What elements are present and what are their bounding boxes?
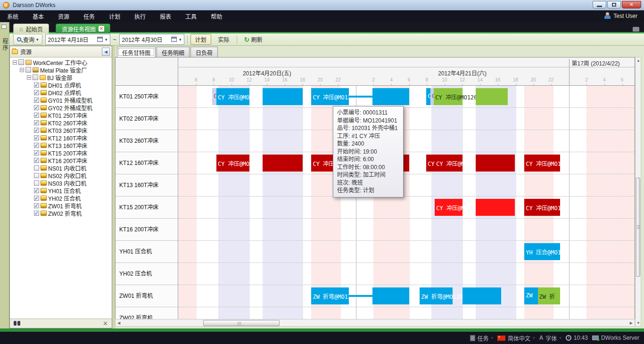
gantt-task-segment[interactable]: C — [426, 88, 430, 105]
gantt-task-segment[interactable]: C — [430, 88, 434, 105]
clear-filter-icon[interactable]: ✕ — [103, 320, 108, 327]
dock-icon[interactable] — [633, 27, 639, 32]
tree-checkbox-bj[interactable] — [33, 74, 38, 80]
tree-item-kt01[interactable]: KT01 250T冲床 — [10, 111, 112, 119]
gantt-task-segment[interactable]: CY 冲压@MO12041904 — [435, 155, 462, 172]
gantt-task-segment[interactable]: CY 冲压@MO12041901 — [216, 88, 249, 105]
tab-home-page[interactable]: ⌂ 起始页 — [13, 24, 49, 33]
menu-item-5[interactable]: 计划 — [102, 10, 127, 22]
tree-item-dh02[interactable]: DH02 点焊机 — [10, 89, 112, 96]
minimize-button[interactable] — [593, 1, 606, 8]
tab-close-icon[interactable]: ✕ — [99, 26, 104, 32]
tree-item-zw01[interactable]: ZW01 折弯机 — [10, 202, 112, 209]
caret-down-icon[interactable]: ▾ — [533, 336, 535, 340]
horizontal-scroll-thumb[interactable] — [203, 320, 280, 326]
date-from-caret-icon[interactable]: ▾ — [105, 37, 107, 42]
menu-item-8[interactable]: 工具 — [178, 10, 204, 22]
maximize-button[interactable] — [607, 1, 621, 8]
tree-item-gy01[interactable]: GY01 外桶成型机 — [10, 96, 112, 104]
tree-checkbox-zw02[interactable] — [34, 211, 39, 216]
date-to-caret-icon[interactable]: ▾ — [179, 37, 182, 42]
tab-task-gantt[interactable]: 任务甘特图 — [117, 47, 156, 57]
tree-checkbox-zw01[interactable] — [34, 203, 39, 208]
gantt-task-segment[interactable]: CY 冲 — [426, 155, 435, 172]
gantt-task-segment[interactable]: CY 冲压@MO1 — [524, 199, 560, 216]
caret-down-icon[interactable]: ▾ — [491, 336, 494, 340]
tree-checkbox-kt15[interactable] — [34, 150, 39, 156]
menu-item-6[interactable]: 执行 — [127, 10, 153, 22]
tree-checkbox-workcenter[interactable] — [18, 59, 24, 65]
tree-item-kt02[interactable]: KT02 260T冲床 — [10, 119, 112, 126]
tree-item-zw02[interactable]: ZW02 折弯机 — [10, 209, 112, 217]
tree-checkbox-kt13[interactable] — [34, 143, 39, 148]
expander-icon[interactable] — [27, 75, 31, 80]
actual-toggle-button[interactable]: 实际 — [214, 34, 234, 44]
tree-item-bj[interactable]: BJ 钣金部 — [10, 74, 112, 81]
tree-item-kt12[interactable]: KT12 160T冲床 — [10, 134, 112, 141]
gantt-task-segment[interactable] — [372, 88, 409, 105]
gantt-task-segment[interactable]: CY 冲压@MO12041901 — [311, 88, 349, 105]
tree-item-kt15[interactable]: KT15 200T冲床 — [10, 149, 112, 156]
tree-item-ns03[interactable]: NS03 内收口机 — [10, 179, 112, 187]
caret-down-icon[interactable]: ▾ — [559, 336, 561, 340]
tree-checkbox-metal[interactable] — [25, 67, 31, 73]
gantt-task-segment[interactable]: CY 冲压@MO1 — [524, 155, 560, 172]
gantt-task-segment[interactable]: ZW — [524, 287, 537, 304]
scroll-left-icon[interactable]: ◀ — [117, 321, 120, 325]
query-button[interactable]: 查询 ▾ — [13, 34, 42, 45]
tree-checkbox-gy01[interactable] — [34, 98, 39, 103]
tree-checkbox-dh01[interactable] — [34, 82, 39, 88]
menu-item-4[interactable]: 任务 — [76, 10, 102, 22]
tree-item-kt16[interactable]: KT16 200T冲床 — [10, 156, 112, 164]
tree-item-dh01[interactable]: DH01 点焊机 — [10, 81, 112, 89]
user-indicator[interactable]: Test User — [604, 12, 637, 19]
tree-checkbox-ns01[interactable] — [34, 165, 39, 171]
tree-item-kt03[interactable]: KT03 260T冲床 — [10, 126, 112, 134]
menu-item-9[interactable]: 帮助 — [204, 10, 229, 22]
expander-icon[interactable] — [13, 60, 17, 65]
tree-checkbox-kt02[interactable] — [34, 120, 39, 125]
tree-checkbox-ns02[interactable] — [34, 173, 39, 178]
tree-item-yh01[interactable]: YH01 压合机 — [10, 187, 112, 194]
gantt-task-segment[interactable] — [476, 155, 515, 172]
horizontal-scrollbar[interactable]: ◀ ▶ — [115, 319, 635, 327]
tree-item-yh02[interactable]: YH02 压合机 — [10, 194, 112, 202]
menu-item-7[interactable]: 报表 — [153, 10, 178, 22]
tree-item-kt13[interactable]: KT13 160T冲床 — [10, 141, 112, 149]
tree-item-metal[interactable]: Metal Plate 钣金厂 — [10, 66, 112, 74]
scroll-right-icon[interactable]: ▶ — [630, 321, 633, 325]
gantt-task-segment[interactable]: CY 冲压@MO12041902 — [434, 88, 462, 105]
tree-checkbox-ns03[interactable] — [34, 180, 39, 186]
gantt-task-segment[interactable] — [476, 199, 515, 216]
gantt-task-segment[interactable] — [263, 155, 303, 172]
tree-item-gy02[interactable]: GY02 外桶成型机 — [10, 104, 112, 111]
tree-item-ns02[interactable]: NS02 内收口机 — [10, 172, 112, 179]
collapse-panel-button[interactable]: ◀ — [102, 48, 110, 56]
tree-item-ns01[interactable]: NS01 内收口机 — [10, 164, 112, 172]
tree-item-workcenter[interactable]: WorkCenter 工作中心 — [10, 58, 112, 66]
vertical-scroll-thumb[interactable] — [636, 178, 640, 277]
date-from-field[interactable]: 2012年 4月18日 ▾ — [45, 34, 110, 45]
plan-toggle-button[interactable]: 计划 — [190, 34, 211, 45]
program-vertical-tab[interactable]: 程序 — [1, 38, 9, 51]
query-caret-icon[interactable]: ▾ — [36, 37, 39, 42]
find-icon[interactable] — [14, 321, 17, 326]
gantt-task-segment[interactable]: ZW 折弯@MO12041901 — [311, 287, 349, 304]
date-to-field[interactable]: 2012年 4月30日 ▾ — [119, 34, 184, 45]
gantt-task-segment[interactable] — [462, 287, 502, 304]
tree-checkbox-gy02[interactable] — [34, 105, 39, 110]
tab-task-detail[interactable]: 任务明细 — [157, 47, 190, 57]
menu-item-1[interactable]: 系统 — [0, 10, 25, 22]
tree-checkbox-kt01[interactable] — [34, 113, 39, 118]
gantt-task-segment[interactable]: CY 冲压@MO12041904 — [216, 155, 249, 172]
tree-checkbox-kt12[interactable] — [34, 135, 39, 140]
refresh-button[interactable]: ↻ 刷新 — [240, 34, 267, 44]
tab-daily-load[interactable]: 日负荷 — [190, 47, 218, 57]
gantt-task-segment[interactable] — [476, 88, 508, 105]
gantt-task-segment[interactable]: CY 冲压@MO12041903 — [435, 199, 462, 216]
menu-item-2[interactable]: 基本 — [25, 10, 51, 22]
status-clipboard[interactable]: 任务▾ — [470, 334, 494, 342]
tab-resource-task-view[interactable]: 资源任务视图 ✕ — [56, 24, 110, 33]
scroll-down-icon[interactable]: ▼ — [636, 321, 640, 325]
gantt-task-segment[interactable]: ZW 折弯@MO12041901 — [420, 287, 453, 304]
